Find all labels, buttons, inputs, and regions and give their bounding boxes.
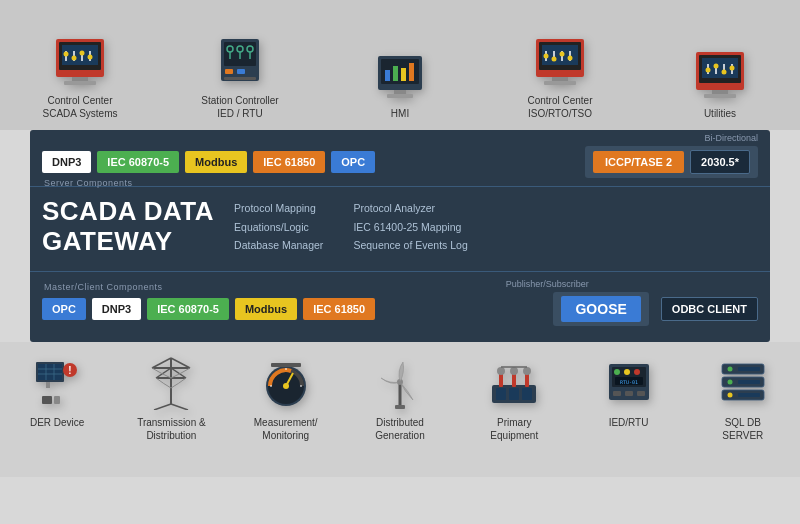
ied-rtu-icon: RTU-01 (602, 356, 656, 410)
feature-protocol-mapping: Protocol Mapping (234, 201, 323, 216)
svg-line-76 (154, 404, 171, 410)
der-label: DER Device (30, 416, 84, 429)
gateway-title: SCADA DataGateway (42, 197, 234, 257)
feature-database: Database Manager (234, 238, 323, 253)
svg-point-6 (72, 56, 77, 61)
server-protocol-bar: DNP3 IEC 60870-5 Modbus IEC 61850 OPC Se… (30, 130, 770, 186)
tag-2030: 2030.5* (690, 150, 750, 174)
top-device-scada: Control CenterSCADA Systems (25, 36, 135, 120)
der-icon: ! (30, 356, 84, 410)
svg-point-36 (544, 54, 549, 59)
server-components-label: Server Components (44, 178, 133, 188)
feature-equations: Equations/Logic (234, 220, 323, 235)
gateway-container: DNP3 IEC 60870-5 Modbus IEC 61850 OPC Se… (30, 130, 770, 342)
tag-goose: GOOSE (561, 296, 640, 322)
tag-iec60870-top: IEC 60870-5 (97, 151, 179, 173)
svg-rect-27 (393, 66, 398, 81)
svg-point-81 (283, 383, 289, 389)
publisher-label: Publisher/Subscriber (506, 279, 589, 289)
svg-line-77 (171, 404, 188, 410)
hmi-label: HMI (391, 107, 409, 120)
tag-modbus-top: Modbus (185, 151, 247, 173)
protocol-bar-top: DNP3 IEC 60870-5 Modbus IEC 61850 OPC Se… (30, 138, 770, 186)
svg-point-112 (727, 366, 732, 371)
svg-point-4 (64, 52, 69, 57)
bidirectional-label: Bi-Directional (704, 133, 758, 143)
svg-point-96 (497, 367, 505, 375)
tag-iec61850-top: IEC 61850 (253, 151, 325, 173)
bottom-device-measurement: Measurement/Monitoring (238, 356, 333, 442)
svg-point-49 (706, 68, 711, 73)
feature-iec61400: IEC 61400-25 Mapping (353, 220, 467, 235)
top-device-iso: Control CenterISO/RTO/TSO (505, 36, 615, 120)
svg-rect-95 (525, 373, 529, 387)
primary-equipment-label: PrimaryEquipment (490, 416, 538, 442)
svg-rect-31 (387, 94, 413, 98)
svg-rect-88 (395, 405, 405, 409)
svg-text:RTU-01: RTU-01 (620, 379, 638, 385)
tag-odbc: ODBC CLIENT (661, 297, 758, 321)
tag-dnp3-top: DNP3 (42, 151, 91, 173)
svg-point-51 (714, 64, 719, 69)
distributed-gen-label: DistributedGeneration (375, 416, 424, 442)
svg-rect-68 (54, 396, 60, 404)
svg-rect-92 (522, 388, 532, 400)
transmission-icon (144, 356, 198, 410)
top-device-hmi: HMI (345, 49, 455, 120)
bottom-device-primary: PrimaryEquipment (467, 356, 562, 442)
svg-point-104 (624, 369, 630, 375)
svg-line-73 (171, 358, 190, 368)
svg-point-42 (568, 56, 573, 61)
svg-rect-119 (738, 393, 760, 397)
measurement-label: Measurement/Monitoring (254, 416, 318, 442)
svg-rect-109 (625, 391, 633, 396)
svg-rect-93 (499, 373, 503, 387)
feature-analyzer: Protocol Analyzer (353, 201, 467, 216)
svg-point-118 (727, 392, 732, 397)
svg-text:!: ! (68, 365, 71, 376)
svg-line-72 (152, 358, 171, 368)
master-components-label: Master/Client Components (44, 282, 163, 292)
publisher-group: Publisher/Subscriber GOOSE (553, 292, 648, 326)
ied-label: Station ControllerIED / RTU (201, 94, 278, 120)
svg-rect-67 (42, 396, 52, 404)
feature-sequence: Sequence of Events Log (353, 238, 467, 253)
svg-rect-21 (225, 69, 233, 74)
iso-label: Control CenterISO/RTO/TSO (527, 94, 592, 120)
scada-label: Control CenterSCADA Systems (42, 94, 117, 120)
scada-icon (54, 36, 106, 88)
tag-iccp: ICCP/TASE 2 (593, 151, 684, 173)
sql-label: SQL DBSERVER (722, 416, 763, 442)
svg-rect-59 (38, 364, 62, 380)
measurement-icon (259, 356, 313, 410)
wind-icon (373, 356, 427, 410)
svg-rect-29 (409, 63, 414, 81)
svg-point-115 (727, 379, 732, 384)
svg-point-10 (88, 55, 93, 60)
bottom-device-distributed-gen: DistributedGeneration (352, 356, 447, 442)
gateway-features: Protocol Mapping Equations/Logic Databas… (234, 197, 758, 257)
ied-rtu-label: IED/RTU (609, 416, 649, 429)
bottom-device-ied-rtu: RTU-01 IED/RTU (581, 356, 676, 429)
svg-rect-90 (496, 388, 506, 400)
svg-rect-23 (224, 77, 256, 80)
tag-modbus-bottom: Modbus (235, 298, 297, 320)
bottom-device-sql: SQL DBSERVER (695, 356, 790, 442)
tag-dnp3-bottom: DNP3 (92, 298, 141, 320)
svg-point-97 (510, 367, 518, 375)
svg-rect-12 (64, 81, 96, 85)
transmission-label: Transmission &Distribution (137, 416, 206, 442)
svg-point-98 (523, 367, 531, 375)
protocol-bar-bottom: Master/Client Components OPC DNP3 IEC 60… (30, 284, 770, 334)
tag-iec61850-bottom: IEC 61850 (303, 298, 375, 320)
svg-point-105 (634, 369, 640, 375)
tag-opc-top: OPC (331, 151, 375, 173)
tag-opc-bottom: OPC (42, 298, 86, 320)
svg-point-53 (722, 70, 727, 75)
sql-icon (716, 356, 770, 410)
top-section: Control CenterSCADA Systems Station Cont… (0, 0, 800, 130)
svg-point-103 (614, 369, 620, 375)
feature-col-1: Protocol Mapping Equations/Logic Databas… (234, 201, 323, 253)
feature-col-2: Protocol Analyzer IEC 61400-25 Mapping S… (353, 201, 467, 253)
svg-rect-113 (738, 367, 760, 371)
